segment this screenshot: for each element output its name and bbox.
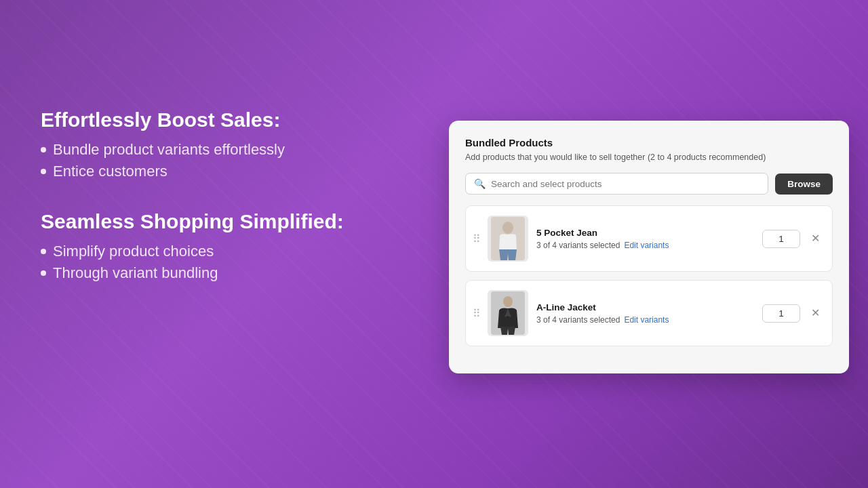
svg-point-3 [503,296,513,307]
bullet-dot-icon [41,169,46,174]
product-name-2: A-Line Jacket [536,302,754,312]
headline-1: Effortlessly Boost Sales: [41,108,407,131]
bullet-text: Entice customers [53,163,167,180]
left-panel: Effortlessly Boost Sales: Bundle product… [41,108,407,312]
product-info-2: A-Line Jacket 3 of 4 variants selected E… [536,302,754,325]
bundled-products-card: Bundled Products Add products that you w… [449,121,849,373]
svg-point-1 [502,222,513,234]
search-box[interactable]: 🔍 [465,173,768,195]
bullet-text: Simplify product choices [53,243,214,260]
product-info-1: 5 Pocket Jean 3 of 4 variants selected E… [536,228,754,250]
bullets-2: Simplify product choices Through variant… [41,243,407,282]
bullet-text: Bundle product variants effortlessly [53,141,285,159]
product-card-2: ⠿ A-Line Jacket 3 of 4 variants selected… [465,280,833,346]
remove-button-1[interactable]: ✕ [808,230,823,247]
product-thumbnail-1 [488,216,528,262]
product-variants-1: 3 of 4 variants selected Edit variants [536,241,754,250]
browse-button[interactable]: Browse [775,174,833,195]
bullet-item: Bundle product variants effortlessly [41,141,407,159]
product-variants-2: 3 of 4 variants selected Edit variants [536,315,754,325]
search-row: 🔍 Browse [465,173,833,195]
card-subtitle: Add products that you would like to sell… [465,152,833,162]
drag-handle-icon[interactable]: ⠿ [473,307,479,320]
remove-button-2[interactable]: ✕ [808,305,823,321]
bullet-item: Through variant bundling [41,264,407,282]
quantity-box-2[interactable]: 1 [762,304,800,323]
search-icon: 🔍 [474,178,486,189]
quantity-box-1[interactable]: 1 [762,230,800,248]
bullets-1: Bundle product variants effortlessly Ent… [41,141,407,180]
edit-variants-link-1[interactable]: Edit variants [624,241,669,250]
drag-handle-icon[interactable]: ⠿ [473,232,479,245]
product-card-1: ⠿ 5 Pocket Jean 3 of 4 variants selected… [465,205,833,272]
bullet-dot-icon [41,249,46,254]
card-title: Bundled Products [465,137,833,148]
bullet-dot-icon [41,270,46,276]
product-name-1: 5 Pocket Jean [536,228,754,238]
bullet-item: Simplify product choices [41,243,407,260]
variants-count-2: 3 of 4 variants selected [536,315,620,325]
bullet-dot-icon [41,147,46,152]
product-thumbnail-2 [488,290,528,336]
bullet-item: Entice customers [41,163,407,180]
headline-2: Seamless Shopping Simplified: [41,210,407,233]
search-input[interactable] [491,179,760,189]
edit-variants-link-2[interactable]: Edit variants [624,315,669,325]
variants-count-1: 3 of 4 variants selected [536,241,620,250]
bullet-text: Through variant bundling [53,264,218,282]
